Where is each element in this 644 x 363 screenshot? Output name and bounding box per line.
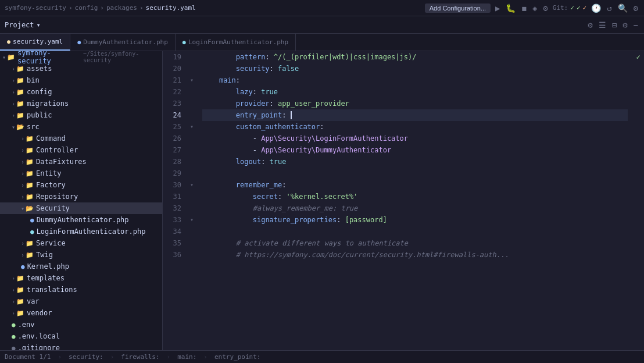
profile-icon[interactable]: ◈ — [531, 3, 538, 13]
toolbar-layout-icon[interactable]: ⊟ — [611, 20, 618, 30]
sidebar-item-gitignore[interactable]: ● .gitignore — [0, 342, 162, 350]
breadcrumb-packages[interactable]: packages — [106, 4, 137, 12]
code-area[interactable]: pattern: ^/(_(profiler|wdt)|css|images|j… — [198, 51, 632, 350]
gutter-30[interactable]: ▾ — [186, 179, 198, 191]
env-local-file-icon: ● — [12, 333, 16, 340]
status-document-label: Document 1/1 — [5, 353, 51, 361]
settings-icon[interactable]: ⚙ — [632, 3, 639, 13]
toolbar: Project ▾ ⚙ ☰ ⊟ ⚙ − — [0, 16, 644, 34]
var-chevron: › — [12, 298, 15, 305]
run-icon[interactable]: ▶ — [494, 3, 501, 13]
sidebar-item-twig[interactable]: › 📁 Twig — [0, 249, 162, 261]
controller-folder-icon: 📁 — [26, 147, 34, 154]
tab-login-authenticator[interactable]: ● LoginFormAuthenticator.php — [176, 34, 296, 51]
sidebar-item-entity[interactable]: › 📁 Entity — [0, 168, 162, 179]
sidebar-item-repository[interactable]: › 📁 Repository — [0, 191, 162, 202]
gutter-25[interactable]: ▾ — [186, 121, 198, 133]
title-bar-actions: Add Configuration... ▶ 🐛 ◼ ◈ ⚙ Git: ✓ ✓ … — [425, 3, 639, 13]
sidebar-item-dummy-auth[interactable]: ● DummyAuthenticator.php — [0, 214, 162, 226]
sidebar-item-vendor[interactable]: › 📁 vendor — [0, 307, 162, 319]
sidebar-item-login-auth[interactable]: ● LoginFormAuthenticator.php — [0, 226, 162, 237]
status-document: Document 1/1 — [5, 353, 51, 361]
gutter-24 — [186, 109, 198, 121]
sidebar-item-kernel[interactable]: ● Kernel.php — [0, 261, 162, 272]
src-chevron: ▾ — [12, 124, 15, 130]
breadcrumb-config[interactable]: config — [75, 4, 98, 12]
code-line-29 — [202, 168, 628, 179]
editor[interactable]: 19 20 21 22 23 24 25 26 27 28 29 30 31 3… — [163, 51, 644, 350]
status-sep-1: › — [58, 353, 62, 361]
sidebar-item-config[interactable]: › 📁 config — [0, 86, 162, 98]
clock-icon[interactable]: 🕐 — [590, 3, 602, 13]
gutter-34 — [186, 226, 198, 237]
bin-folder-icon: 📁 — [16, 77, 24, 84]
debug-icon[interactable]: 🐛 — [505, 3, 517, 13]
public-label: public — [27, 111, 52, 119]
gutter-36 — [186, 249, 198, 261]
tabs-bar: ● security.yaml ● DummyAuthenticator.php… — [0, 34, 644, 51]
gutter-21[interactable]: ▾ — [186, 74, 198, 86]
sidebar-item-controller[interactable]: › 📁 Controller — [0, 144, 162, 156]
sidebar-item-var[interactable]: › 📁 var — [0, 296, 162, 307]
add-configuration-button[interactable]: Add Configuration... — [425, 3, 491, 13]
git-status: Git: ✓ ✓ ✓ — [553, 4, 586, 12]
app-name[interactable]: symfony-security — [5, 4, 66, 12]
toolbar-gear-icon[interactable]: ⚙ — [621, 20, 628, 30]
status-sep-2: › — [110, 353, 115, 361]
public-chevron: › — [12, 112, 15, 119]
factory-chevron: › — [21, 182, 24, 188]
project-label[interactable]: Project ▾ — [5, 21, 41, 29]
migrations-label: migrations — [27, 99, 69, 108]
migrations-folder-icon: 📁 — [16, 100, 24, 108]
code-line-20: security: false — [202, 63, 628, 74]
search-icon[interactable]: 🔍 — [617, 3, 629, 13]
gutter-33[interactable]: ▾ — [186, 214, 198, 226]
entity-chevron: › — [21, 170, 24, 177]
ln-23: 23 — [167, 98, 181, 109]
sidebar-item-src[interactable]: ▾ 📂 src — [0, 121, 162, 133]
sidebar-item-env[interactable]: ● .env — [0, 319, 162, 330]
status-bar: Document 1/1 › security: › firewalls: › … — [0, 350, 644, 363]
templates-folder-icon: 📁 — [16, 275, 24, 282]
sidebar-item-bin[interactable]: › 📁 bin — [0, 74, 162, 86]
datafixtures-label: DataFixtures — [36, 158, 87, 166]
tab-dummy-authenticator[interactable]: ● DummyAuthenticator.php — [70, 34, 176, 51]
sidebar-item-command[interactable]: › 📁 Command — [0, 133, 162, 144]
sidebar-item-assets[interactable]: › 📁 assets — [0, 63, 162, 74]
sidebar-item-datafixtures[interactable]: › 📁 DataFixtures — [0, 156, 162, 168]
cursor — [291, 111, 292, 119]
controller-chevron: › — [21, 147, 24, 154]
sidebar-item-service[interactable]: › 📁 Service — [0, 237, 162, 249]
sidebar-item-templates[interactable]: › 📁 templates — [0, 272, 162, 284]
datafixtures-folder-icon: 📁 — [26, 158, 34, 166]
root-folder-icon: 📁 — [7, 54, 15, 61]
sidebar-item-env-local[interactable]: ● .env.local — [0, 330, 162, 342]
sidebar-item-security[interactable]: ▾ 📂 Security — [0, 202, 162, 214]
right-gutter: ✓ — [632, 51, 644, 350]
editor-content: 19 20 21 22 23 24 25 26 27 28 29 30 31 3… — [163, 51, 644, 350]
toolbar-list-icon[interactable]: ☰ — [598, 20, 607, 30]
gutter-29 — [186, 168, 198, 179]
sidebar-item-translations[interactable]: › 📁 translations — [0, 284, 162, 296]
ln-26: 26 — [167, 133, 181, 144]
ln-33: 33 — [167, 214, 181, 226]
sidebar-root[interactable]: ▾ 📁 symfony-security ~/Sites/symfony-sec… — [0, 51, 162, 63]
status-firewalls: firewalls: — [121, 353, 159, 361]
root-chevron: ▾ — [2, 54, 6, 61]
code-line-30: remember_me: — [202, 179, 628, 191]
toolbar-minus-icon[interactable]: − — [632, 20, 639, 30]
build-icon[interactable]: ⚙ — [542, 3, 549, 13]
tab-security-yaml[interactable]: ● security.yaml — [0, 34, 70, 51]
toolbar-settings-icon[interactable]: ⚙ — [586, 20, 593, 30]
tab-label-2: LoginFormAuthenticator.php — [188, 38, 288, 46]
migrations-chevron: › — [12, 101, 15, 107]
tab-php-dummy-icon: ● — [77, 39, 81, 45]
vendor-label: vendor — [27, 309, 52, 317]
gutter-23 — [186, 98, 198, 109]
sidebar-item-public[interactable]: › 📁 public — [0, 109, 162, 121]
sidebar-item-factory[interactable]: › 📁 Factory — [0, 179, 162, 191]
code-line-27: - App\Security\DummyAuthenticator — [202, 144, 628, 156]
undo-icon[interactable]: ↺ — [606, 3, 613, 13]
coverage-icon[interactable]: ◼ — [520, 3, 527, 13]
sidebar-item-migrations[interactable]: › 📁 migrations — [0, 98, 162, 109]
